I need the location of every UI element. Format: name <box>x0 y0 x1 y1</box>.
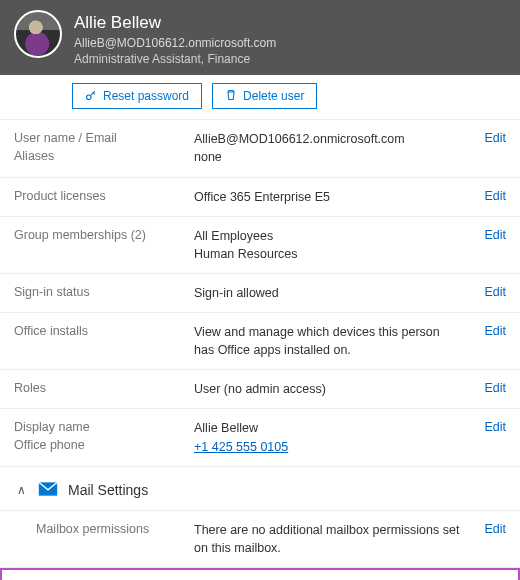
row-office-installs: Office installs View and manage which de… <box>0 313 520 370</box>
edit-groups-link[interactable]: Edit <box>484 228 506 242</box>
row-username: User name / Email Aliases AllieB@MOD1066… <box>0 120 520 177</box>
row-email-forwarding: Email forwarding Applied Edit <box>0 568 520 580</box>
edit-office-installs-link[interactable]: Edit <box>484 324 506 338</box>
edit-username-link[interactable]: Edit <box>484 131 506 145</box>
value-groups-1: All Employees <box>194 227 460 245</box>
avatar <box>14 10 62 58</box>
value-mailbox-permissions: There are no additional mailbox permissi… <box>194 523 459 555</box>
value-username: AllieB@MOD106612.onmicrosoft.com <box>194 130 460 148</box>
edit-contact-link[interactable]: Edit <box>484 420 506 434</box>
value-roles: User (no admin access) <box>194 382 326 396</box>
label-display-name: Display name <box>14 420 90 434</box>
label-office-installs: Office installs <box>14 324 88 338</box>
user-role: Administrative Assistant, Finance <box>74 51 276 67</box>
row-mailbox-permissions: Mailbox permissions There are no additio… <box>0 511 520 568</box>
row-contact: Display name Office phone Allie Bellew +… <box>0 409 520 466</box>
delete-user-label: Delete user <box>243 89 304 103</box>
label-username: User name / Email <box>14 131 117 145</box>
delete-user-button[interactable]: Delete user <box>212 83 317 109</box>
label-signin: Sign-in status <box>14 285 90 299</box>
value-office-installs: View and manage which devices this perso… <box>194 325 440 357</box>
reset-password-button[interactable]: Reset password <box>72 83 202 109</box>
mail-icon <box>38 481 58 500</box>
user-header: Allie Bellew AllieB@MOD106612.onmicrosof… <box>0 0 520 75</box>
row-roles: Roles User (no admin access) Edit <box>0 370 520 409</box>
value-office-phone[interactable]: +1 425 555 0105 <box>194 438 460 456</box>
edit-roles-link[interactable]: Edit <box>484 381 506 395</box>
toolbar: Reset password Delete user <box>0 75 520 120</box>
row-signin: Sign-in status Sign-in allowed Edit <box>0 274 520 313</box>
reset-password-label: Reset password <box>103 89 189 103</box>
user-display-name: Allie Bellew <box>74 12 276 35</box>
value-aliases: none <box>194 148 460 166</box>
value-groups-2: Human Resources <box>194 245 460 263</box>
label-licenses: Product licenses <box>14 189 106 203</box>
label-roles: Roles <box>14 381 46 395</box>
properties-list: User name / Email Aliases AllieB@MOD1066… <box>0 120 520 580</box>
value-licenses: Office 365 Enterprise E5 <box>194 190 330 204</box>
chevron-up-icon: ∧ <box>14 483 28 497</box>
mail-settings-section[interactable]: ∧ Mail Settings <box>0 467 520 511</box>
edit-mailbox-permissions-link[interactable]: Edit <box>484 522 506 536</box>
row-licenses: Product licenses Office 365 Enterprise E… <box>0 178 520 217</box>
edit-signin-link[interactable]: Edit <box>484 285 506 299</box>
header-text: Allie Bellew AllieB@MOD106612.onmicrosof… <box>74 10 276 67</box>
svg-point-0 <box>87 95 92 100</box>
mail-settings-title: Mail Settings <box>68 482 148 498</box>
value-signin: Sign-in allowed <box>194 286 279 300</box>
edit-licenses-link[interactable]: Edit <box>484 189 506 203</box>
label-aliases: Aliases <box>14 149 54 163</box>
trash-icon <box>225 89 237 104</box>
label-mailbox-permissions: Mailbox permissions <box>36 522 149 536</box>
key-icon <box>85 89 97 104</box>
label-groups: Group memberships (2) <box>14 228 146 242</box>
row-groups: Group memberships (2) All Employees Huma… <box>0 217 520 274</box>
value-display-name: Allie Bellew <box>194 419 460 437</box>
user-email: AllieB@MOD106612.onmicrosoft.com <box>74 35 276 51</box>
label-office-phone: Office phone <box>14 438 85 452</box>
